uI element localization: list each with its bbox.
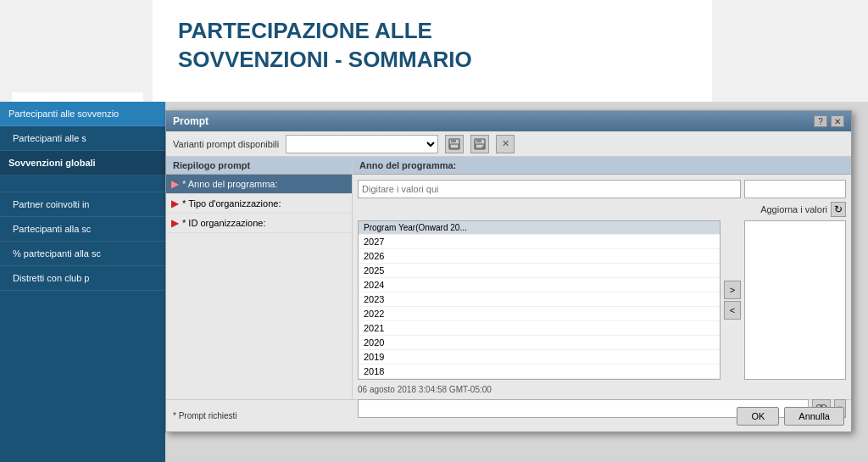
refresh-button[interactable]: ↻: [831, 202, 846, 217]
list-item[interactable]: 2022: [359, 307, 720, 321]
svg-rect-21: [450, 144, 459, 148]
footer-buttons: OK Annulla: [737, 407, 844, 426]
dialog-title: Prompt: [173, 115, 209, 127]
sidebar-item-label: Partecipanti alle s: [13, 133, 86, 143]
dialog-close-button[interactable]: ✕: [831, 115, 844, 127]
delete-variant-button[interactable]: ✕: [496, 135, 515, 153]
prompt-arrow-icon: ▶: [171, 178, 179, 190]
svg-rect-20: [451, 139, 456, 142]
sidebar-item-percent[interactable]: % partecipanti alla sc: [0, 242, 165, 266]
list-item[interactable]: 2026: [359, 249, 720, 264]
selected-list[interactable]: [744, 220, 846, 380]
list-item[interactable]: 2019: [359, 350, 720, 365]
sidebar: Partecipanti alle sovvenzio Partecipanti…: [0, 102, 165, 462]
sidebar-item-label: Partecipanti alla sc: [13, 224, 91, 234]
variants-label: Varianti prompt disponibili: [173, 139, 279, 149]
dialog-body: Riepilogo prompt ▶ * Anno del programma:…: [166, 157, 851, 399]
dialog-help-button[interactable]: ?: [814, 115, 827, 127]
prompt-item-id[interactable]: ▶ * ID organizzazione:: [166, 214, 352, 233]
sidebar-item-partner[interactable]: Partner coinvolti in: [0, 192, 165, 217]
search-row: [358, 180, 846, 198]
prompt-item-label: * ID organizzazione:: [182, 218, 265, 228]
sidebar-item-sovvenzioni[interactable]: Sovvenzioni globali: [0, 151, 165, 175]
sidebar-item-label: Sovvenzioni globali: [8, 158, 96, 168]
right-panel-content: Aggiorna i valori ↻ Program Year(Onward …: [353, 175, 851, 423]
refresh-row: Aggiorna i valori ↻: [358, 202, 846, 217]
sidebar-item-empty: [0, 175, 165, 192]
prompt-item-label: * Anno del programma:: [182, 179, 278, 189]
list-header-item: Program Year(Onward 20...: [359, 221, 720, 235]
search-input[interactable]: [358, 180, 741, 198]
sidebar-item-label: % partecipanti alla sc: [13, 248, 101, 259]
transfer-buttons: > <: [724, 220, 741, 380]
move-right-button[interactable]: >: [724, 281, 741, 299]
save-button[interactable]: [445, 135, 464, 153]
list-item[interactable]: 2021: [359, 321, 720, 336]
list-box[interactable]: Program Year(Onward 20... 2027 2026 2025…: [358, 220, 721, 380]
sidebar-item-distretti[interactable]: Distretti con club p: [0, 266, 165, 291]
left-panel-header: Riepilogo prompt: [166, 157, 352, 175]
sidebar-item-partecipanti-s[interactable]: Partecipanti alle s: [0, 126, 165, 151]
variants-select[interactable]: [286, 135, 438, 153]
sidebar-item-label: Partner coinvolti in: [13, 199, 90, 209]
list-area-container: Program Year(Onward 20... 2027 2026 2025…: [358, 220, 846, 380]
refresh-label: Aggiorna i valori: [760, 204, 827, 214]
sidebar-item-label: Distretti con club p: [13, 273, 89, 283]
prompt-item-anno[interactable]: ▶ * Anno del programma:: [166, 175, 352, 194]
sidebar-item-label: Partecipanti alle sovvenzio: [8, 109, 119, 119]
ok-button[interactable]: OK: [737, 407, 779, 426]
prompt-arrow-icon: ▶: [171, 198, 179, 209]
list-item[interactable]: 2025: [359, 264, 720, 278]
prompt-item-tipo[interactable]: ▶ * Tipo d'organizzazione:: [166, 194, 352, 214]
dialog-toolbar: Varianti prompt disponibili + ✕: [166, 131, 851, 157]
list-item[interactable]: 2020: [359, 336, 720, 350]
cancel-button[interactable]: Annulla: [784, 407, 844, 426]
dialog-controls: ? ✕: [814, 115, 844, 127]
svg-text:+: +: [481, 144, 484, 149]
save-as-icon: +: [474, 138, 486, 150]
svg-rect-23: [476, 139, 481, 142]
sidebar-item-partecipanti-sc[interactable]: Partecipanti alla sc: [0, 217, 165, 242]
save-as-button[interactable]: +: [470, 135, 489, 153]
list-item[interactable]: 2023: [359, 292, 720, 307]
sidebar-item-partecipanti-header[interactable]: Partecipanti alle sovvenzio: [0, 102, 165, 126]
dialog-titlebar: Prompt ? ✕: [166, 111, 851, 131]
page-title: PARTECIPAZIONE ALLE SOVVENZIONI - SOMMAR…: [178, 17, 687, 75]
left-panel: Riepilogo prompt ▶ * Anno del programma:…: [166, 157, 353, 399]
list-item[interactable]: 2027: [359, 235, 720, 249]
move-left-button[interactable]: <: [724, 301, 741, 320]
right-panel-header: Anno del programma:: [353, 157, 851, 175]
search-extra-input[interactable]: [744, 180, 846, 198]
timestamp: 06 agosto 2018 3:04:58 GMT-05:00: [358, 383, 846, 396]
prompt-item-label: * Tipo d'organizzazione:: [182, 198, 281, 209]
required-note: * Prompt richiesti: [173, 411, 237, 420]
prompt-dialog: Prompt ? ✕ Varianti prompt disponibili +…: [165, 110, 852, 432]
right-panel: Anno del programma: Aggiorna i valori ↻ …: [353, 157, 851, 399]
title-area: PARTECIPAZIONE ALLE SOVVENZIONI - SOMMAR…: [153, 0, 712, 102]
list-item[interactable]: 2018: [359, 365, 720, 379]
prompt-arrow-icon: ▶: [171, 217, 179, 229]
list-item[interactable]: 2024: [359, 278, 720, 292]
save-icon: [448, 138, 460, 150]
